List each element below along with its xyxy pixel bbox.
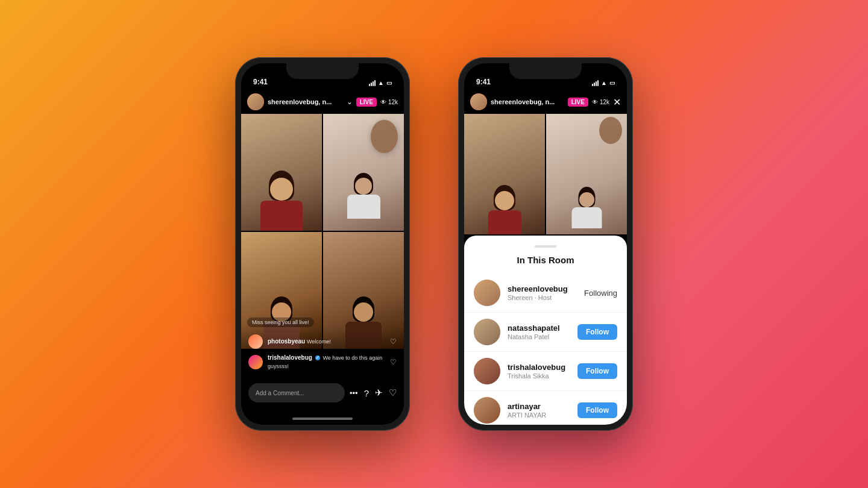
in-this-room-panel: In This Room shereenlovebug Shereen · Ho… xyxy=(464,236,627,425)
eye-icon-2: 👁 xyxy=(592,99,598,105)
signal-icon-2 xyxy=(592,80,599,86)
bottom-action-icons: ••• ? ✈ ♡ xyxy=(350,387,397,398)
phone-1-bottom-bar: Add a Comment... ••• ? ✈ ♡ xyxy=(241,378,404,408)
phone-2-screen: 9:41 ▲ ▭ shereenlovebug, n... xyxy=(464,63,627,425)
phones-container: 9:41 ▲ ▭ shereenlovebug, n... xyxy=(235,57,633,431)
wifi-icon: ▲ xyxy=(378,80,384,86)
video-cell-top-right xyxy=(323,114,404,231)
panel-title: In This Room xyxy=(464,255,627,265)
phone-2: 9:41 ▲ ▭ shereenlovebug, n... xyxy=(458,57,633,431)
natasha-avatar xyxy=(474,319,500,345)
floating-message: Miss seeing you all live! xyxy=(247,319,314,325)
comment-input[interactable]: Add a Comment... xyxy=(248,383,345,402)
shereen-display: Shereen · Host xyxy=(508,294,577,301)
room-user-shereen: shereenlovebug Shereen · Host Following xyxy=(464,274,627,313)
phone-2-home-indicator xyxy=(515,418,576,420)
video-cell-top-left xyxy=(241,114,322,231)
natasha-info: natasshapatel Natasha Patel xyxy=(508,324,570,340)
room-user-natasha: natasshapatel Natasha Patel Follow xyxy=(464,313,627,352)
live-badge-2: LIVE xyxy=(568,98,588,107)
viewer-count: 👁 12k xyxy=(380,99,398,105)
viewer-count-2: 👁 12k xyxy=(592,99,609,105)
phone-1-time: 9:41 xyxy=(253,78,268,86)
artina-handle: artinayar xyxy=(508,402,570,411)
more-options-icon[interactable]: ••• xyxy=(350,389,358,398)
phone-1-home-indicator xyxy=(292,418,353,420)
phone-2-notch xyxy=(509,63,582,79)
phone-2-video-right xyxy=(546,114,627,234)
commenter-1-name: photosbyeau xyxy=(268,338,305,345)
send-icon[interactable]: ✈ xyxy=(375,387,383,398)
artina-avatar xyxy=(474,397,500,424)
trishala-avatar xyxy=(474,358,500,384)
trishala-handle: trishalalovebug xyxy=(508,363,570,372)
comment-1: photosbyeau Welcome! ♡ xyxy=(248,334,397,349)
phone-2-live-header: shereenlovebug, n... LIVE 👁 12k ✕ xyxy=(464,90,627,114)
trishala-info: trishalalovebug Trishala Sikka xyxy=(508,363,570,380)
natasha-handle: natasshapatel xyxy=(508,324,570,333)
commenter-2-avatar xyxy=(248,355,263,369)
heart-icon[interactable]: ♡ xyxy=(389,387,397,398)
phone-2-status-icons: ▲ ▭ xyxy=(592,80,615,86)
phone-1-host-avatar xyxy=(247,93,264,110)
commenter-1-msg: Welcome! xyxy=(307,339,331,345)
shereen-avatar xyxy=(474,280,500,306)
phone-2-time: 9:41 xyxy=(476,78,491,86)
eye-icon: 👁 xyxy=(380,99,386,105)
battery-icon-2: ▭ xyxy=(609,80,615,86)
room-user-trishala: trishalalovebug Trishala Sikka Follow xyxy=(464,352,627,391)
shereen-handle: shereenlovebug xyxy=(508,284,577,293)
live-badge: LIVE xyxy=(356,98,377,107)
phone-1: 9:41 ▲ ▭ shereenlovebug, n... xyxy=(235,57,410,431)
heart-icon-1[interactable]: ♡ xyxy=(390,337,397,346)
wifi-icon-2: ▲ xyxy=(601,80,607,86)
phone-1-notch xyxy=(286,63,359,79)
comment-2: trishalalovebug We have to do this again… xyxy=(248,354,397,370)
trishala-follow-button[interactable]: Follow xyxy=(577,363,617,379)
phone-1-username: shereenlovebug, n... xyxy=(268,98,343,105)
natasha-display: Natasha Patel xyxy=(508,333,570,340)
signal-icon xyxy=(369,80,376,86)
natasha-follow-button[interactable]: Follow xyxy=(577,324,617,340)
commenter-2-name: trishalalovebug xyxy=(268,354,312,361)
following-button[interactable]: Following xyxy=(584,289,617,298)
video-grid xyxy=(241,114,404,349)
phone-1-live-header: shereenlovebug, n... ⌄ LIVE 👁 12k xyxy=(241,90,404,114)
shereen-info: shereenlovebug Shereen · Host xyxy=(508,284,577,301)
room-user-list: shereenlovebug Shereen · Host Following … xyxy=(464,274,627,425)
question-icon[interactable]: ? xyxy=(364,388,369,398)
artina-follow-button[interactable]: Follow xyxy=(577,402,617,418)
artina-info: artinayar ARTI NAYAR xyxy=(508,402,570,419)
phone-2-username: shereenlovebug, n... xyxy=(491,98,564,105)
heart-icon-2[interactable]: ♡ xyxy=(390,358,397,366)
close-icon[interactable]: ✕ xyxy=(613,96,621,108)
phone-2-video-left xyxy=(464,114,545,234)
phone-2-host-avatar xyxy=(470,93,487,110)
phone-2-video-grid xyxy=(464,114,627,234)
drag-handle[interactable] xyxy=(535,245,556,248)
commenter-1-avatar xyxy=(248,334,263,349)
chevron-down-icon[interactable]: ⌄ xyxy=(347,98,353,106)
phone-1-screen: 9:41 ▲ ▭ shereenlovebug, n... xyxy=(241,63,404,425)
verified-badge xyxy=(315,355,320,360)
phone-1-status-icons: ▲ ▭ xyxy=(369,80,392,86)
trishala-display: Trishala Sikka xyxy=(508,372,570,380)
battery-icon: ▭ xyxy=(386,80,392,86)
